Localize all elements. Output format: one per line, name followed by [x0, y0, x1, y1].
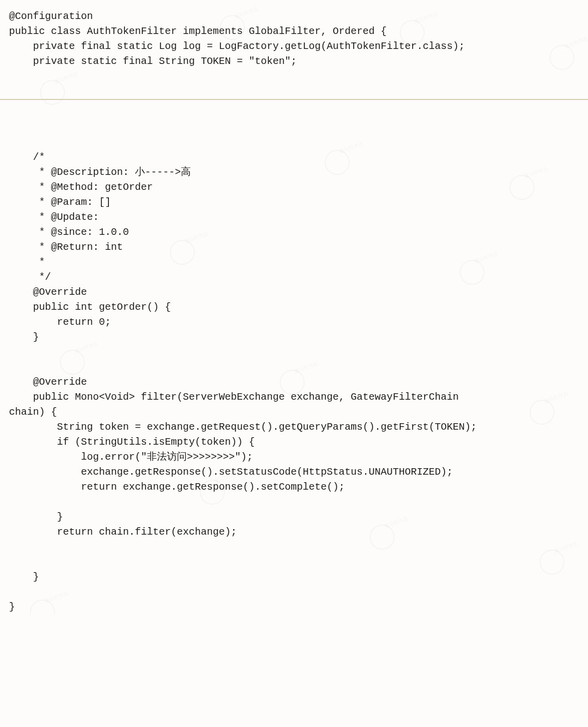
code-upper-block: @Configuration public class AuthTokenFil… — [0, 0, 588, 100]
code-lower-block: /* * @Description: 小----->高 * @Method: g… — [0, 100, 588, 615]
